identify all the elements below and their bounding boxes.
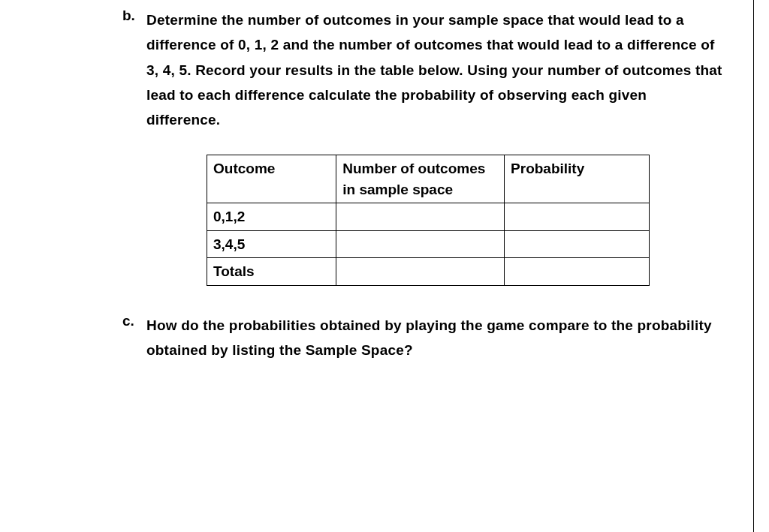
cell-outcome-345: 3,4,5 <box>207 230 336 258</box>
header-probability: Probability <box>505 155 650 203</box>
cell-outcome-012: 0,1,2 <box>207 203 336 231</box>
header-outcome: Outcome <box>207 155 336 203</box>
cell-prob-345 <box>505 230 650 258</box>
outcome-table-wrap: Outcome Number of outcomes in sample spa… <box>207 155 724 286</box>
content-area: b. Determine the number of outcomes in y… <box>0 0 769 362</box>
cell-count-totals <box>336 258 505 286</box>
page: b. Determine the number of outcomes in y… <box>0 0 769 532</box>
question-c-text: How do the probabilities obtained by pla… <box>146 313 724 363</box>
cell-prob-012 <box>505 203 650 231</box>
question-b-label: b. <box>122 8 135 24</box>
table-row: 3,4,5 <box>207 230 650 258</box>
outcome-table: Outcome Number of outcomes in sample spa… <box>207 155 650 286</box>
question-b: b. Determine the number of outcomes in y… <box>146 8 724 286</box>
table-row: 0,1,2 <box>207 203 650 231</box>
cell-count-345 <box>336 230 505 258</box>
cell-prob-totals <box>505 258 650 286</box>
cell-outcome-totals: Totals <box>207 258 336 286</box>
header-number-of-outcomes: Number of outcomes in sample space <box>336 155 505 203</box>
question-c: c. How do the probabilities obtained by … <box>146 313 724 363</box>
question-b-text: Determine the number of outcomes in your… <box>146 8 724 132</box>
table-row: Totals <box>207 258 650 286</box>
cell-count-012 <box>336 203 505 231</box>
question-c-label: c. <box>122 313 134 329</box>
table-header-row: Outcome Number of outcomes in sample spa… <box>207 155 650 203</box>
